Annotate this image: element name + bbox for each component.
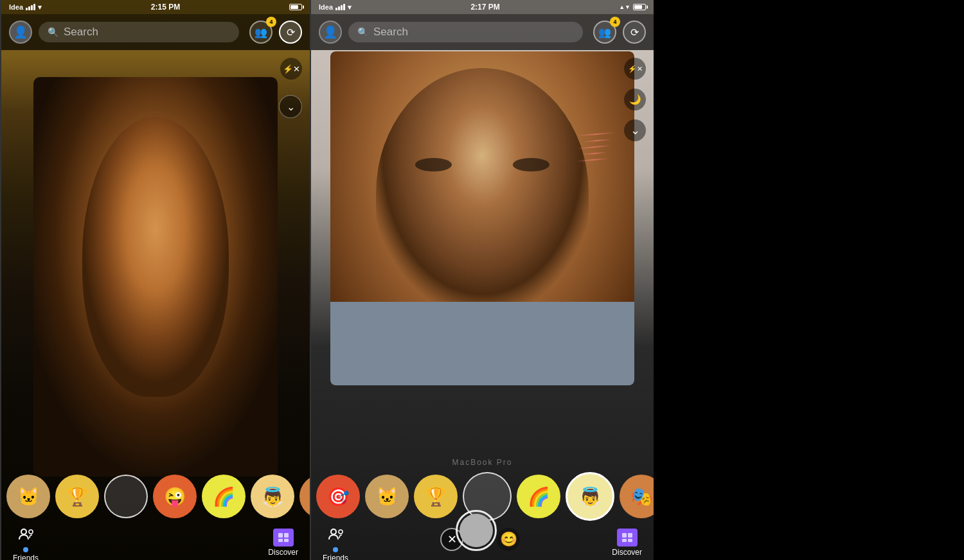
header-icons-p1: 👥 4 ⟳ <box>249 21 302 44</box>
status-time-p1: 2:15 PM <box>151 3 180 12</box>
status-bar-p2: Idea ▾ 2:17 PM ▲▼ <box>311 0 654 14</box>
avatar-p1[interactable]: 👤 <box>9 21 32 44</box>
filter-item-p2-1[interactable]: 🎯 <box>316 475 360 518</box>
friends-icon-wrap-p1[interactable]: 👥 4 <box>249 21 272 44</box>
svg-rect-3 <box>284 533 289 538</box>
friends-nav-icon-p2 <box>325 523 346 545</box>
filter-item-2[interactable]: 🏆 <box>55 475 99 518</box>
svg-point-6 <box>331 529 336 534</box>
filter-strip-p1: 🐱 🏆 😜 🌈 👼 🎭 <box>1 468 310 525</box>
pink-line-4 <box>582 152 607 155</box>
filter-item-5[interactable]: 👼 <box>251 475 294 518</box>
shutter-area-p2: ✕ 😊 <box>348 534 612 551</box>
signal-bars-p1 <box>26 4 35 10</box>
moon-icon-p2[interactable]: 🌙 <box>624 89 646 110</box>
panel-2: MacBook Pro Idea ▾ 2:17 PM ▲▼ 👤 🔍 Search <box>311 0 654 560</box>
avatar-icon-p1: 👤 <box>13 25 28 39</box>
svg-rect-8 <box>622 533 627 538</box>
side-controls-p1: ⚡✕ <box>280 58 302 80</box>
nav-discover-p2[interactable]: Discover <box>612 529 642 557</box>
arrow-p2: ▲▼ <box>619 4 630 10</box>
bottom-nav-p1: Friends Discover <box>1 525 310 560</box>
friends-dot-p1 <box>23 547 28 552</box>
filter-item-p2-6[interactable]: 🎭 <box>620 475 654 518</box>
signal-bar-4 <box>33 4 35 10</box>
pink-line-3 <box>576 145 612 150</box>
pink-line-1 <box>576 132 615 136</box>
status-left-p2: Idea ▾ <box>319 3 352 12</box>
pink-line-5 <box>576 158 609 162</box>
emoji-glyph-p2: 😊 <box>500 531 517 548</box>
nav-discover-p1[interactable]: Discover <box>268 529 298 557</box>
head-overlay-p2 <box>376 68 589 319</box>
chevron-icon-p2[interactable]: ⌄ <box>624 119 646 141</box>
search-icon-p1: 🔍 <box>48 27 58 37</box>
svg-point-1 <box>29 530 33 534</box>
friends-badge-p2: 4 <box>610 17 620 27</box>
watermark-p2: MacBook Pro <box>452 458 512 467</box>
friends-icon-wrap-p2[interactable]: 👥 4 <box>593 21 616 44</box>
shirt-p2 <box>330 302 634 385</box>
discover-icon-p2 <box>617 529 638 547</box>
avatar-icon-p2: 👤 <box>323 25 337 39</box>
face-area-p1 <box>33 77 278 477</box>
discover-icon-p1 <box>273 529 294 547</box>
filter-item-4[interactable]: 🌈 <box>202 475 245 518</box>
svg-rect-5 <box>284 539 289 542</box>
flash-glyph-p1: ⚡✕ <box>283 64 300 74</box>
filter-item-p2-5[interactable]: 👼 <box>566 472 614 521</box>
shutter-btn-p2[interactable] <box>456 510 497 551</box>
signal-bar-1 <box>26 8 28 10</box>
side-controls-p2: ⚡✕ 🌙 ⌄ <box>624 58 646 141</box>
wifi-icon-p1: ▾ <box>38 3 42 12</box>
battery-p2 <box>633 4 646 10</box>
search-input-p1[interactable]: 🔍 Search <box>39 22 239 42</box>
chevron-glyph-p2: ⌄ <box>630 123 640 137</box>
svg-rect-11 <box>628 539 632 542</box>
search-label-p1: Search <box>64 26 98 39</box>
down-arrow-p1[interactable]: ⌄ <box>279 95 302 118</box>
filter-item-1[interactable]: 🐱 <box>6 475 50 518</box>
svg-point-7 <box>339 530 343 534</box>
friends-icon-glyph-p2: 👥 <box>598 26 611 39</box>
flash-glyph-p2: ⚡✕ <box>628 65 643 73</box>
eye-right-p2 <box>513 158 549 171</box>
filter-item-p2-2[interactable]: 🐱 <box>365 475 409 518</box>
emoji-btn-p2[interactable]: 😊 <box>497 528 520 551</box>
signal-bars-p2 <box>335 4 345 10</box>
svg-rect-9 <box>628 533 632 538</box>
status-left-p1: Idea ▾ <box>9 3 42 12</box>
svg-point-0 <box>21 529 26 534</box>
rotate-glyph-p1: ⟳ <box>287 26 295 39</box>
friends-icon-glyph-p1: 👥 <box>254 26 267 39</box>
nav-friends-p1[interactable]: Friends <box>13 523 39 560</box>
filter-item-6[interactable]: 🎭 <box>299 475 310 518</box>
moon-glyph-p2: 🌙 <box>629 94 641 105</box>
friends-badge-p1: 4 <box>266 17 276 27</box>
carrier-p1: Idea <box>9 3 23 11</box>
rotate-icon-p2[interactable]: ⟳ <box>623 21 646 44</box>
search-bar-p2: 👤 🔍 Search 👥 4 ⟳ <box>311 14 654 50</box>
svg-rect-2 <box>278 533 283 538</box>
bottom-nav-p2: Friends ✕ 😊 <box>311 525 654 560</box>
panel-1: Idea ▾ 2:15 PM 👤 🔍 Search 👥 <box>0 0 311 560</box>
pink-lines-p2 <box>576 128 628 225</box>
svg-rect-4 <box>278 539 283 542</box>
flash-icon-p1[interactable]: ⚡✕ <box>280 58 302 80</box>
discover-label-p2: Discover <box>612 548 642 557</box>
avatar-p2[interactable]: 👤 <box>319 21 342 44</box>
filter-item-empty-p1[interactable] <box>104 475 148 518</box>
rotate-glyph-p2: ⟳ <box>630 26 639 39</box>
flash-icon-p2[interactable]: ⚡✕ <box>624 58 646 80</box>
filter-item-p2-3[interactable]: 🏆 <box>414 475 458 518</box>
status-time-p2: 2:17 PM <box>470 3 499 12</box>
filter-item-3[interactable]: 😜 <box>153 475 197 518</box>
search-input-p2[interactable]: 🔍 Search <box>348 22 583 42</box>
header-icons-p2: 👥 4 ⟳ <box>593 21 646 44</box>
filter-item-p2-4[interactable]: 🌈 <box>517 475 560 518</box>
carrier-p2: Idea <box>319 3 333 11</box>
nav-friends-p2[interactable]: Friends <box>323 523 348 560</box>
discover-label-p1: Discover <box>268 548 298 557</box>
battery-p1 <box>289 4 302 10</box>
rotate-icon-p1[interactable]: ⟳ <box>279 21 302 44</box>
